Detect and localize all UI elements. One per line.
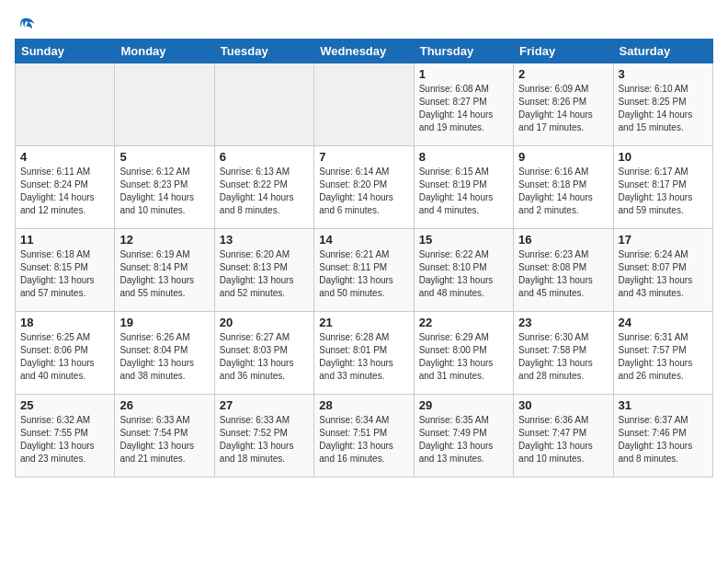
- calendar-cell: 5Sunrise: 6:12 AM Sunset: 8:23 PM Daylig…: [115, 146, 214, 229]
- day-info: Sunrise: 6:13 AM Sunset: 8:22 PM Dayligh…: [220, 166, 309, 217]
- weekday-header-thursday: Thursday: [414, 40, 513, 63]
- day-number: 8: [419, 150, 508, 164]
- calendar-cell: 25Sunrise: 6:32 AM Sunset: 7:55 PM Dayli…: [16, 395, 115, 477]
- day-info: Sunrise: 6:26 AM Sunset: 8:04 PM Dayligh…: [119, 331, 209, 383]
- day-number: 16: [518, 233, 608, 247]
- calendar-cell: [115, 63, 214, 146]
- calendar-cell: 30Sunrise: 6:36 AM Sunset: 7:47 PM Dayli…: [514, 395, 613, 477]
- day-info: Sunrise: 6:18 AM Sunset: 8:15 PM Dayligh…: [20, 248, 109, 300]
- calendar-cell: 27Sunrise: 6:33 AM Sunset: 7:52 PM Dayli…: [214, 395, 313, 477]
- page-header: [15, 15, 713, 31]
- calendar-cell: [214, 63, 313, 146]
- day-number: 31: [619, 398, 708, 412]
- day-number: 25: [20, 398, 109, 412]
- calendar-week-1: 1Sunrise: 6:08 AM Sunset: 8:27 PM Daylig…: [16, 63, 713, 146]
- logo: [15, 15, 37, 31]
- day-number: 11: [20, 233, 109, 247]
- day-number: 7: [319, 150, 408, 164]
- calendar-cell: 13Sunrise: 6:20 AM Sunset: 8:13 PM Dayli…: [214, 229, 313, 312]
- day-info: Sunrise: 6:25 AM Sunset: 8:06 PM Dayligh…: [20, 331, 109, 383]
- calendar-cell: 12Sunrise: 6:19 AM Sunset: 8:14 PM Dayli…: [115, 229, 214, 312]
- day-info: Sunrise: 6:20 AM Sunset: 8:13 PM Dayligh…: [220, 248, 309, 300]
- weekday-header-tuesday: Tuesday: [214, 40, 313, 63]
- calendar-cell: 29Sunrise: 6:35 AM Sunset: 7:49 PM Dayli…: [414, 395, 513, 477]
- day-info: Sunrise: 6:31 AM Sunset: 7:57 PM Dayligh…: [619, 331, 708, 383]
- calendar-cell: 28Sunrise: 6:34 AM Sunset: 7:51 PM Dayli…: [314, 395, 414, 477]
- day-info: Sunrise: 6:30 AM Sunset: 7:58 PM Dayligh…: [518, 331, 608, 383]
- day-number: 23: [518, 316, 608, 329]
- day-info: Sunrise: 6:33 AM Sunset: 7:52 PM Dayligh…: [220, 414, 309, 465]
- day-info: Sunrise: 6:17 AM Sunset: 8:17 PM Dayligh…: [619, 166, 708, 217]
- day-info: Sunrise: 6:35 AM Sunset: 7:49 PM Dayligh…: [419, 414, 508, 465]
- calendar-cell: 2Sunrise: 6:09 AM Sunset: 8:26 PM Daylig…: [514, 63, 613, 146]
- day-number: 5: [119, 150, 209, 164]
- day-number: 24: [619, 316, 708, 329]
- calendar-week-2: 4Sunrise: 6:11 AM Sunset: 8:24 PM Daylig…: [16, 146, 713, 229]
- calendar-cell: 7Sunrise: 6:14 AM Sunset: 8:20 PM Daylig…: [314, 146, 414, 229]
- day-number: 6: [220, 150, 309, 164]
- calendar-cell: 8Sunrise: 6:15 AM Sunset: 8:19 PM Daylig…: [414, 146, 513, 229]
- calendar-week-4: 18Sunrise: 6:25 AM Sunset: 8:06 PM Dayli…: [16, 312, 713, 395]
- calendar-week-3: 11Sunrise: 6:18 AM Sunset: 8:15 PM Dayli…: [16, 229, 713, 312]
- day-number: 18: [20, 316, 109, 329]
- calendar-cell: 6Sunrise: 6:13 AM Sunset: 8:22 PM Daylig…: [214, 146, 313, 229]
- calendar-header-row: SundayMondayTuesdayWednesdayThursdayFrid…: [16, 40, 713, 63]
- calendar-cell: 11Sunrise: 6:18 AM Sunset: 8:15 PM Dayli…: [16, 229, 115, 312]
- calendar-cell: [314, 63, 414, 146]
- day-number: 3: [619, 67, 708, 81]
- calendar-cell: 16Sunrise: 6:23 AM Sunset: 8:08 PM Dayli…: [514, 229, 613, 312]
- calendar-cell: 18Sunrise: 6:25 AM Sunset: 8:06 PM Dayli…: [16, 312, 115, 395]
- day-number: 28: [319, 398, 408, 412]
- day-number: 29: [419, 398, 508, 412]
- calendar-cell: 17Sunrise: 6:24 AM Sunset: 8:07 PM Dayli…: [613, 229, 712, 312]
- day-info: Sunrise: 6:10 AM Sunset: 8:25 PM Dayligh…: [619, 83, 708, 134]
- day-number: 19: [119, 316, 209, 329]
- day-info: Sunrise: 6:28 AM Sunset: 8:01 PM Dayligh…: [319, 331, 408, 383]
- calendar-table: SundayMondayTuesdayWednesdayThursdayFrid…: [15, 39, 713, 477]
- day-info: Sunrise: 6:09 AM Sunset: 8:26 PM Dayligh…: [518, 83, 608, 134]
- day-number: 22: [419, 316, 508, 329]
- day-info: Sunrise: 6:29 AM Sunset: 8:00 PM Dayligh…: [419, 331, 508, 383]
- calendar-cell: 19Sunrise: 6:26 AM Sunset: 8:04 PM Dayli…: [115, 312, 214, 395]
- day-number: 21: [319, 316, 408, 329]
- day-number: 20: [220, 316, 309, 329]
- day-info: Sunrise: 6:36 AM Sunset: 7:47 PM Dayligh…: [518, 414, 608, 465]
- day-info: Sunrise: 6:14 AM Sunset: 8:20 PM Dayligh…: [319, 166, 408, 217]
- calendar-week-5: 25Sunrise: 6:32 AM Sunset: 7:55 PM Dayli…: [16, 395, 713, 477]
- calendar-cell: 14Sunrise: 6:21 AM Sunset: 8:11 PM Dayli…: [314, 229, 414, 312]
- calendar-cell: 20Sunrise: 6:27 AM Sunset: 8:03 PM Dayli…: [214, 312, 313, 395]
- day-number: 2: [518, 67, 608, 81]
- day-number: 4: [20, 150, 109, 164]
- day-info: Sunrise: 6:37 AM Sunset: 7:46 PM Dayligh…: [619, 414, 708, 465]
- day-info: Sunrise: 6:12 AM Sunset: 8:23 PM Dayligh…: [119, 166, 209, 217]
- calendar-cell: 31Sunrise: 6:37 AM Sunset: 7:46 PM Dayli…: [613, 395, 712, 477]
- calendar-cell: 22Sunrise: 6:29 AM Sunset: 8:00 PM Dayli…: [414, 312, 513, 395]
- day-number: 9: [518, 150, 608, 164]
- day-info: Sunrise: 6:19 AM Sunset: 8:14 PM Dayligh…: [119, 248, 209, 300]
- day-info: Sunrise: 6:22 AM Sunset: 8:10 PM Dayligh…: [419, 248, 508, 300]
- calendar-cell: 1Sunrise: 6:08 AM Sunset: 8:27 PM Daylig…: [414, 63, 513, 146]
- day-info: Sunrise: 6:24 AM Sunset: 8:07 PM Dayligh…: [619, 248, 708, 300]
- calendar-cell: [16, 63, 115, 146]
- day-number: 30: [518, 398, 608, 412]
- day-number: 26: [119, 398, 209, 412]
- day-number: 27: [220, 398, 309, 412]
- day-info: Sunrise: 6:33 AM Sunset: 7:54 PM Dayligh…: [119, 414, 209, 465]
- day-info: Sunrise: 6:27 AM Sunset: 8:03 PM Dayligh…: [220, 331, 309, 383]
- calendar-cell: 3Sunrise: 6:10 AM Sunset: 8:25 PM Daylig…: [613, 63, 712, 146]
- day-number: 17: [619, 233, 708, 247]
- day-info: Sunrise: 6:34 AM Sunset: 7:51 PM Dayligh…: [319, 414, 408, 465]
- calendar-cell: 23Sunrise: 6:30 AM Sunset: 7:58 PM Dayli…: [514, 312, 613, 395]
- day-number: 13: [220, 233, 309, 247]
- day-number: 15: [419, 233, 508, 247]
- calendar-cell: 4Sunrise: 6:11 AM Sunset: 8:24 PM Daylig…: [16, 146, 115, 229]
- day-info: Sunrise: 6:16 AM Sunset: 8:18 PM Dayligh…: [518, 166, 608, 217]
- day-info: Sunrise: 6:23 AM Sunset: 8:08 PM Dayligh…: [518, 248, 608, 300]
- day-number: 12: [119, 233, 209, 247]
- weekday-header-saturday: Saturday: [613, 40, 712, 63]
- day-number: 1: [419, 67, 508, 81]
- calendar-cell: 21Sunrise: 6:28 AM Sunset: 8:01 PM Dayli…: [314, 312, 414, 395]
- calendar-cell: 26Sunrise: 6:33 AM Sunset: 7:54 PM Dayli…: [115, 395, 214, 477]
- day-info: Sunrise: 6:15 AM Sunset: 8:19 PM Dayligh…: [419, 166, 508, 217]
- calendar-cell: 9Sunrise: 6:16 AM Sunset: 8:18 PM Daylig…: [514, 146, 613, 229]
